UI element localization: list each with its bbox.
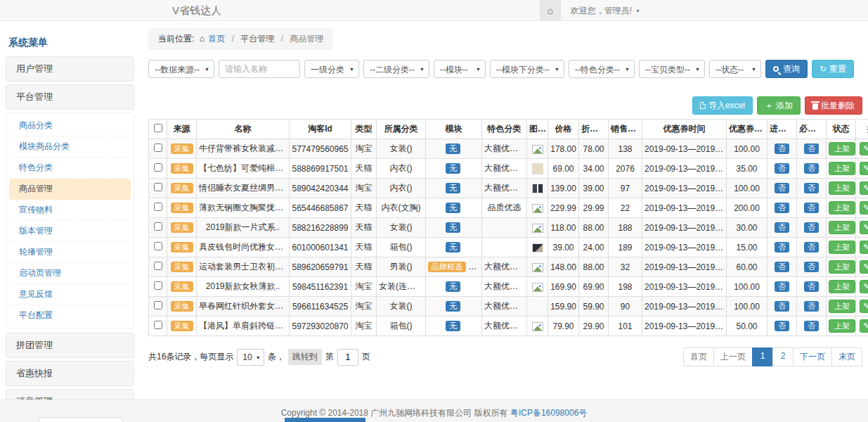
row-checkbox[interactable] [154,183,162,191]
must-buy-badge[interactable]: 否 [804,143,819,154]
must-buy-badge[interactable]: 否 [804,262,819,272]
must-buy-badge[interactable]: 否 [804,242,819,252]
page-number-input[interactable] [337,349,358,366]
row-checkbox[interactable] [154,163,162,172]
must-buy-badge[interactable]: 否 [804,321,819,331]
icp-link[interactable]: 粤ICP备16098006号 [510,408,587,418]
first-page-button[interactable]: 首页 [683,347,714,366]
cell-must-buy: 否 [797,257,827,277]
import-select-badge[interactable]: 否 [775,143,789,154]
jump-to-button[interactable]: 跳转到 [288,349,322,365]
filter-select[interactable]: --二级分类-- ▼ [363,60,429,78]
status-button[interactable]: 上架 [829,260,855,274]
sidebar-group[interactable]: 拼团管理 [6,333,134,358]
row-checkbox[interactable] [154,242,162,250]
search-button[interactable]: 查询 [765,60,808,78]
filter-select[interactable]: --状态-- ▼ [709,60,761,78]
jump-pre-label: 第 [325,351,334,363]
status-button[interactable]: 上架 [829,221,855,234]
row-checkbox[interactable] [154,143,162,152]
row-checkbox[interactable] [154,281,162,290]
page-2-button[interactable]: 2 [772,347,793,366]
filter-select[interactable]: --模块下分类-- ▼ [490,60,564,78]
page-1-button[interactable]: 1 [752,347,773,366]
edit-button[interactable]: ✎ [860,280,868,293]
sidebar-item[interactable]: 宣传物料 [9,200,131,221]
filter-data-source-select[interactable]: --数据来源-- ▼ [148,60,214,78]
batch-delete-button[interactable]: 批量删除 [805,96,862,115]
name-search-input[interactable] [219,60,300,78]
cell-source: 采集 [167,159,197,179]
must-buy-badge[interactable]: 否 [804,183,819,193]
edit-button[interactable]: ✎ [860,260,868,274]
row-checkbox[interactable] [154,203,162,211]
filter-select[interactable]: --模块-- ▼ [434,60,486,78]
last-page-button[interactable]: 末页 [831,347,862,366]
row-checkbox[interactable] [154,222,162,231]
filter-select[interactable]: --特色分类-- ▼ [569,60,635,78]
select-all-checkbox[interactable] [154,124,162,132]
sidebar-item[interactable]: 版本管理 [9,221,131,242]
sidebar-group-platform-management[interactable]: 平台管理 [6,84,134,110]
status-button[interactable]: 上架 [829,300,855,313]
must-buy-badge[interactable]: 否 [804,203,819,213]
cell-icon [527,198,548,218]
user-menu[interactable]: 欢迎您，管理员! ▼ [561,0,650,21]
sidebar-group[interactable]: 省惠快报 [6,361,134,386]
import-select-badge[interactable]: 否 [775,262,789,272]
import-excel-button[interactable]: 导入excel [692,96,753,115]
filter-select[interactable]: --宝贝类型-- ▼ [639,60,705,78]
status-button[interactable]: 上架 [829,142,855,155]
filter-select[interactable]: 一级分类 ▼ [304,60,359,78]
import-select-badge[interactable]: 否 [775,281,789,292]
next-page-button[interactable]: 下一页 [793,347,832,366]
edit-button[interactable]: ✎ [860,319,868,333]
sidebar-item[interactable]: 商品管理 [9,179,131,200]
import-select-badge[interactable]: 否 [775,203,789,213]
import-select-badge[interactable]: 否 [775,222,789,233]
sidebar-item[interactable]: 模块商品分类 [9,136,131,158]
cell-sales: 22 [609,198,642,218]
edit-button[interactable]: ✎ [860,181,868,195]
breadcrumb-home-link[interactable]: 首页 [208,34,225,44]
import-select-badge[interactable]: 否 [775,242,789,252]
edit-button[interactable]: ✎ [860,300,868,313]
content-area: 当前位置: ⌂ 首页 / 平台管理 / 商品管理 --数据来源-- ▼ [148,27,862,366]
module-badge: 无 [446,321,460,331]
import-select-badge[interactable]: 否 [775,301,789,312]
per-page-select[interactable]: 10 ▼ [237,349,264,366]
add-button[interactable]: ＋ 添加 [757,96,801,115]
row-checkbox[interactable] [154,301,162,309]
sidebar-item[interactable]: 意见反馈 [9,284,131,305]
prev-page-button[interactable]: 上一页 [713,347,753,366]
must-buy-badge[interactable]: 否 [804,163,819,174]
sidebar-item[interactable]: 轮播管理 [9,242,131,263]
must-buy-badge[interactable]: 否 [804,301,819,312]
status-button[interactable]: 上架 [829,280,855,293]
home-button[interactable]: ⌂ [540,0,561,21]
sidebar-item[interactable]: 特色分类 [9,158,131,179]
sidebar-item[interactable]: 商品分类 [9,115,131,136]
edit-button[interactable]: ✎ [860,142,868,155]
import-select-badge[interactable]: 否 [775,163,789,174]
edit-button[interactable]: ✎ [860,221,868,234]
reset-button[interactable]: ↻ 重置 [812,60,854,78]
cell-sales: 198 [609,277,642,297]
sidebar-item[interactable]: 启动页管理 [9,263,131,284]
import-select-badge[interactable]: 否 [775,183,789,193]
edit-button[interactable]: ✎ [860,162,868,175]
sidebar-item[interactable]: 平台配置 [9,305,131,326]
status-button[interactable]: 上架 [829,181,855,195]
status-button[interactable]: 上架 [829,319,855,333]
status-button[interactable]: 上架 [829,162,855,175]
status-button[interactable]: 上架 [829,241,855,254]
must-buy-badge[interactable]: 否 [804,281,819,292]
row-checkbox[interactable] [154,262,162,270]
must-buy-badge[interactable]: 否 [804,222,819,233]
status-button[interactable]: 上架 [829,201,855,215]
edit-button[interactable]: ✎ [860,201,868,215]
import-select-badge[interactable]: 否 [775,321,789,331]
row-checkbox[interactable] [154,321,162,329]
sidebar-group-user-management[interactable]: 用户管理 [6,56,134,82]
edit-button[interactable]: ✎ [860,241,868,254]
